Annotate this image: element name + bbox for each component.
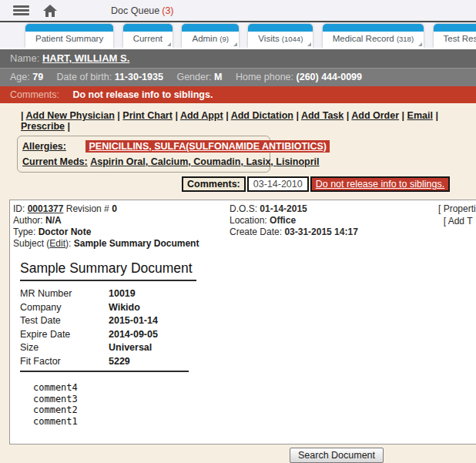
tab-test-results[interactable]: Test Results (81) <box>434 24 476 48</box>
subject-edit-link[interactable]: Edit <box>49 238 65 249</box>
med-item[interactable]: Lasix <box>246 156 276 167</box>
patient-comments-bar: Comments: Do not release info to sibling… <box>0 86 476 103</box>
document-metadata-actions: [ Properties [ Add T <box>438 203 476 228</box>
document-body: Sample Summary Document MR Number10019 C… <box>10 250 476 427</box>
hamburger-menu-icon[interactable] <box>13 5 29 15</box>
field-row: MR Number10019 <box>20 287 476 301</box>
field-row: SizeUniversal <box>20 341 476 355</box>
gender-label: Gender: <box>176 72 211 82</box>
field-row: Fit Factor5229 <box>20 355 476 369</box>
comment-line: comment2 <box>33 404 476 416</box>
comment-alert-link[interactable]: Do not release info to siblings. <box>310 176 450 192</box>
med-item[interactable]: Coumadin <box>193 156 246 167</box>
create-date-value: 03-31-2015 14:17 <box>284 226 357 237</box>
search-document-button[interactable]: Search Document <box>290 448 384 463</box>
field-row: CompanyWikido <box>20 301 476 315</box>
page-title: Doc Queue <box>111 5 159 16</box>
revision-label: Revision # <box>66 203 109 214</box>
tab-current[interactable]: Current <box>123 24 173 48</box>
doc-id-label: ID: <box>13 203 25 214</box>
allergies-link[interactable]: Allergies: <box>22 141 66 152</box>
tab-medical-record[interactable]: Medical Record (318) <box>323 24 424 48</box>
queue-count-badge: (3) <box>162 5 173 16</box>
field-row: Expire Date2014-09-05 <box>20 328 476 342</box>
patient-name-bar: Name: HART, WILLIAM S. <box>0 49 476 68</box>
patient-demographics-bar: Age: 79 Date of birth: 11-30-1935 Gender… <box>0 68 476 86</box>
dos-label: D.O.S: <box>230 203 257 214</box>
med-item[interactable]: Calcium <box>151 156 194 167</box>
comments-label: Comments: <box>10 89 59 100</box>
author-value: N/A <box>45 215 62 226</box>
allergy-item[interactable]: PENICILLINS <box>89 141 154 152</box>
location-value: Office <box>270 215 296 226</box>
comment-date-field[interactable]: 03-14-2010 <box>247 176 309 192</box>
chart-comment-bar: Comments: 03-14-2010 Do not release info… <box>182 176 476 192</box>
gender-value: M <box>214 72 222 82</box>
add-dictation-link[interactable]: Add Dictation <box>231 110 293 121</box>
tab-patient-summary[interactable]: Patient Summary <box>25 24 113 48</box>
document-fields: MR Number10019 CompanyWikido Test Date20… <box>20 287 476 372</box>
dob-value: 11-30-1935 <box>115 72 163 82</box>
doc-id-link[interactable]: 0001377 <box>28 203 64 214</box>
author-label: Author: <box>13 215 43 226</box>
add-appt-link[interactable]: Add Appt <box>180 110 223 121</box>
age-label: Age: <box>10 72 30 82</box>
type-label: Type: <box>13 226 35 237</box>
dos-value: 01-14-2015 <box>260 203 307 214</box>
patient-name-link[interactable]: HART, WILLIAM S. <box>42 52 129 64</box>
name-label: Name: <box>10 52 39 64</box>
med-item[interactable]: Lisinopril <box>276 156 319 167</box>
add-template-link[interactable]: Add T <box>448 216 473 226</box>
create-date-label: Create Date: <box>230 226 282 237</box>
comment-line: comment3 <box>33 394 476 405</box>
age-value: 79 <box>32 72 43 82</box>
add-order-link[interactable]: Add Order <box>351 110 399 121</box>
phone-label: Home phone: <box>236 72 293 82</box>
tab-strip: Patient Summary Current Admin (9) Visits… <box>0 22 476 49</box>
action-links-row: | Add New Physician | Print Chart | Add … <box>0 103 476 132</box>
field-row: Test Date2015-01-14 <box>20 314 476 328</box>
allergies-meds-box: Allergies: PENICILLINSSULFA(SULFONAMIDE … <box>17 136 270 173</box>
prescribe-link[interactable]: Prescribe <box>21 121 65 132</box>
comment-bar-label: Comments: <box>182 176 246 192</box>
divider <box>20 371 189 372</box>
comment-line: comment4 <box>33 382 476 394</box>
home-icon[interactable] <box>43 5 57 17</box>
tab-visits[interactable]: Visits (1044) <box>248 24 313 48</box>
revision-value: 0 <box>112 203 117 214</box>
allergy-alert-badge: PENICILLINSSULFA(SULFONAMIDE ANTIBIOTICS… <box>85 140 330 153</box>
subject-value: Sample Summary Document <box>74 238 199 249</box>
properties-link[interactable]: Properties <box>444 203 476 214</box>
current-meds-link[interactable]: Current Meds: <box>22 156 88 167</box>
med-item[interactable]: Aspirin Oral <box>90 156 151 167</box>
allergy-item[interactable]: SULFA(SULFONAMIDE ANTIBIOTICS) <box>154 141 327 152</box>
add-task-link[interactable]: Add Task <box>301 110 344 121</box>
comments-value: Do not release info to siblings. <box>72 89 213 100</box>
phone-value: (260) 444-0099 <box>297 72 362 82</box>
subject-label: Subject ( <box>13 238 49 249</box>
type-value: Doctor Note <box>39 226 92 237</box>
top-bar: Doc Queue (3) <box>0 0 476 22</box>
document-panel: ID: 0001377 Revision # 0 Author: N/A Typ… <box>9 200 476 445</box>
location-label: Location: <box>230 215 267 226</box>
dob-label: Date of birth: <box>57 72 112 82</box>
document-metadata-middle: D.O.S: 01-14-2015 Location: Office Creat… <box>230 203 358 238</box>
document-title: Sample Summary Document <box>20 260 196 281</box>
email-link[interactable]: Email <box>407 110 433 121</box>
print-chart-link[interactable]: Print Chart <box>122 110 173 121</box>
add-new-physician-link[interactable]: Add New Physician <box>26 110 115 121</box>
comment-line: comment1 <box>33 416 476 428</box>
document-comments: comment4 comment3 comment2 comment1 <box>33 382 476 427</box>
tab-admin[interactable]: Admin (9) <box>182 24 238 48</box>
